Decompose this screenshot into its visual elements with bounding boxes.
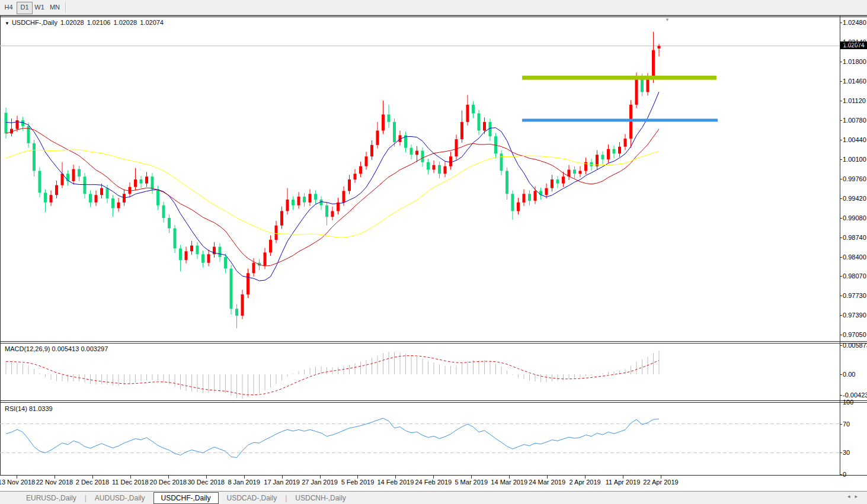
toolbar-separator — [65, 2, 66, 13]
timeframe-button-w1[interactable]: W1 — [32, 2, 47, 13]
date-axis-label: 11 Dec 2018 — [112, 479, 149, 486]
date-axis-tick — [244, 476, 245, 479]
macd-axis-label-tick — [840, 374, 842, 375]
price-axis-label-tick — [840, 257, 842, 258]
price-axis-label: 0.97050 — [843, 331, 866, 338]
date-axis-label: 27 Jan 2019 — [302, 479, 338, 486]
rsi-axis-label-tick — [840, 402, 842, 403]
macd-axis-label-tick — [840, 395, 842, 396]
support-hline — [522, 119, 718, 122]
chart-collapse-icon[interactable]: ▼ — [5, 21, 9, 26]
macd-panel-divider[interactable] — [0, 341, 867, 342]
tab-audusd-daily[interactable]: AUDUSD-,Daily — [87, 493, 153, 503]
rsi-panel-divider[interactable] — [0, 400, 867, 401]
rsi-axis-label: 0 — [843, 471, 866, 478]
date-axis-tick — [395, 476, 396, 479]
chart-header: ▼USDCHF-,Daily1.020281.021061.020281.020… — [5, 19, 164, 26]
price-axis-label: 0.99420 — [843, 195, 866, 202]
price-axis-label: 1.00780 — [843, 117, 866, 124]
price-axis-label-tick — [840, 42, 842, 43]
macd-axis-label: 0.00 — [843, 371, 866, 378]
price-axis-label: 1.01800 — [843, 58, 866, 65]
rsi-axis-label: 30 — [843, 449, 866, 456]
rsi-axis-label-tick — [840, 452, 842, 453]
date-axis-tick — [471, 476, 472, 479]
main-panel-top-border — [0, 15, 867, 16]
date-axis-tick — [433, 476, 434, 479]
tab-eurusd-daily[interactable]: EURUSD-,Daily — [18, 493, 85, 503]
price-axis-label-tick — [840, 237, 842, 238]
tab-usdchf-daily[interactable]: USDCHF-,Daily — [153, 492, 219, 504]
date-axis-tick — [168, 476, 169, 479]
tab-usdcad-daily[interactable]: USDCAD-,Daily — [219, 493, 286, 503]
rsi-axis-label-tick — [840, 474, 842, 475]
price-axis-label: 1.00440 — [843, 136, 866, 143]
date-axis-label: 5 Mar 2019 — [455, 479, 488, 486]
price-axis-label-tick — [840, 296, 842, 296]
date-axis-label: 24 Feb 2019 — [415, 479, 452, 486]
chart-shift-marker-icon[interactable]: ▼ — [665, 17, 670, 23]
tab-scroll-left-icon[interactable]: ◂ — [847, 493, 855, 499]
price-axis-label-tick — [840, 198, 842, 199]
macd-histogram — [6, 350, 659, 399]
price-axis-label: 1.01460 — [843, 78, 866, 85]
price-axis-label-tick — [840, 101, 842, 101]
timeframe-button-h4[interactable]: H4 — [1, 2, 16, 13]
price-axis-label: 0.97390 — [843, 312, 866, 319]
date-axis-tick — [320, 476, 321, 479]
macd-axis-label: -0.004238 — [843, 391, 866, 399]
rsi-indicator-plot[interactable] — [0, 403, 840, 475]
date-axis-tick — [282, 476, 283, 479]
price-axis-label: 0.98070 — [843, 272, 866, 280]
rsi-axis-label: 70 — [843, 420, 866, 428]
date-axis-tick — [206, 476, 207, 479]
price-axis-label-tick — [840, 315, 842, 316]
macd-signal-line — [6, 356, 659, 395]
date-axis-label: 8 Jan 2019 — [228, 479, 260, 486]
macd-label: MACD(12,26,9) 0.005413 0.003297 — [5, 345, 108, 352]
tab-usdcnh-daily[interactable]: USDCNH-,Daily — [287, 493, 354, 503]
date-axis-tick — [92, 476, 93, 479]
date-axis-label: 30 Dec 2018 — [187, 479, 224, 486]
date-axis-label: 2 Apr 2019 — [569, 479, 600, 486]
rsi-axis-label: 100 — [843, 399, 866, 406]
rsi-label: RSI(14) 81.0339 — [5, 405, 53, 412]
timeframe-toolbar: H4D1W1MN — [0, 0, 867, 15]
date-axis-tick — [17, 476, 17, 479]
price-axis-label: 0.99080 — [843, 214, 866, 221]
resistance-hline — [522, 76, 716, 80]
date-axis-tick — [547, 476, 548, 479]
date-axis-label: 17 Jan 2019 — [264, 479, 300, 486]
date-axis-label: 24 Mar 2019 — [529, 479, 565, 486]
chart-close-value: 1.02074 — [140, 19, 164, 26]
macd-indicator-plot[interactable] — [0, 344, 840, 400]
price-axis-label: 0.99760 — [843, 175, 866, 182]
date-axis-label: 14 Feb 2019 — [377, 479, 414, 486]
chart-high-value: 1.02106 — [87, 19, 111, 26]
price-axis-label-tick — [840, 276, 842, 277]
chart-symbol-label: USDCHF-,Daily — [12, 19, 57, 26]
slow-ma-line — [6, 150, 659, 237]
date-axis-label: 22 Apr 2019 — [643, 479, 678, 486]
date-axis-tick — [585, 476, 586, 479]
price-axis-label: 1.02140 — [843, 38, 866, 46]
price-axis-label-tick — [840, 159, 842, 160]
date-axis-tick — [130, 476, 131, 479]
date-axis-label: 11 Apr 2019 — [606, 479, 641, 486]
main-chart-plot[interactable] — [0, 17, 840, 341]
chart-low-value: 1.02028 — [113, 19, 137, 26]
date-axis-label: 2 Dec 2018 — [76, 479, 109, 486]
timeframe-button-mn[interactable]: MN — [47, 2, 62, 13]
price-axis-label-tick — [840, 62, 842, 62]
date-axis-tick — [509, 476, 510, 479]
price-axis-label-tick — [840, 23, 842, 23]
timeframe-button-d1[interactable]: D1 — [17, 2, 33, 14]
price-axis-label: 1.00100 — [843, 156, 866, 163]
price-axis-label-tick — [840, 335, 842, 335]
rsi-axis-label-tick — [840, 424, 842, 425]
tab-scroll-right-icon[interactable]: ▸ — [855, 493, 862, 499]
date-axis-tick — [357, 476, 358, 479]
price-axis-label-tick — [840, 81, 842, 82]
macd-axis-label: 0.005873 — [843, 342, 866, 349]
price-axis-label-tick — [840, 218, 842, 219]
